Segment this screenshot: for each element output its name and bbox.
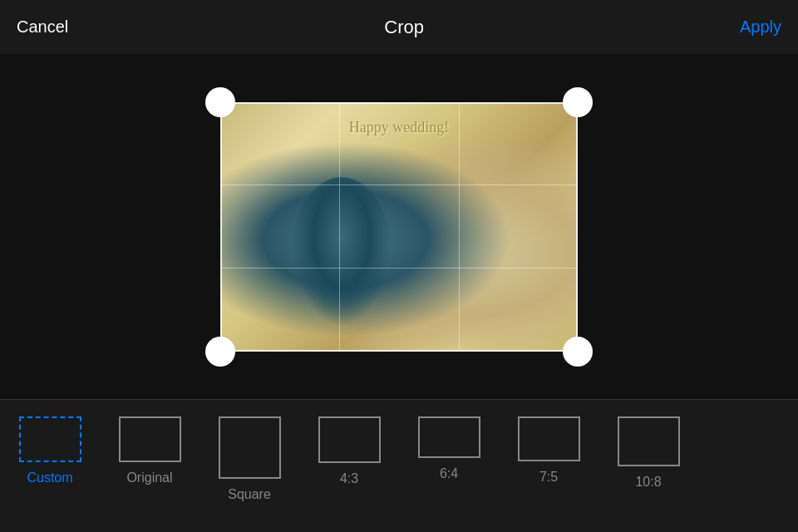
apply-button[interactable]: Apply — [740, 17, 781, 37]
crop-option-original[interactable]: Original — [100, 416, 200, 485]
crop-handle-bottom-left[interactable] — [205, 337, 235, 367]
crop-ratio-box-original — [119, 416, 181, 462]
crop-option-square[interactable]: Square — [200, 416, 299, 502]
crop-option-label-7_5: 7:5 — [539, 470, 558, 485]
crop-ratio-box-7_5 — [518, 416, 580, 461]
crop-option-6_4[interactable]: 6:4 — [399, 416, 499, 481]
crop-handle-top-left[interactable] — [205, 87, 235, 117]
crop-handle-top-right[interactable] — [563, 87, 593, 117]
crop-option-4_3[interactable]: 4:3 — [299, 416, 399, 486]
crop-option-10_8[interactable]: 10:8 — [598, 416, 698, 490]
bottom-toolbar: CustomOriginalSquare4:36:47:510:8 — [0, 399, 798, 532]
crop-container[interactable] — [220, 102, 578, 352]
crop-option-label-6_4: 6:4 — [440, 466, 458, 481]
crop-handle-bottom-right[interactable] — [563, 337, 593, 367]
crop-option-label-4_3: 4:3 — [340, 471, 358, 486]
crop-option-label-10_8: 10:8 — [635, 475, 661, 490]
crop-ratio-box-10_8 — [618, 416, 680, 466]
crop-option-7_5[interactable]: 7:5 — [499, 416, 598, 485]
page-title: Crop — [384, 17, 424, 38]
crop-ratio-box-6_4 — [418, 416, 480, 458]
crop-option-custom[interactable]: Custom — [0, 416, 100, 485]
crop-option-label-custom: Custom — [27, 470, 72, 485]
canvas-area — [0, 54, 798, 399]
crop-image — [220, 102, 578, 352]
cancel-button[interactable]: Cancel — [17, 17, 68, 37]
crop-ratio-box-4_3 — [318, 416, 381, 463]
crop-option-label-original: Original — [126, 470, 172, 485]
header: Cancel Crop Apply — [0, 0, 798, 54]
crop-image-inner — [220, 102, 578, 352]
crop-ratio-box-square — [219, 416, 281, 479]
crop-ratio-box-custom — [19, 416, 81, 462]
crop-option-label-square: Square — [228, 487, 271, 502]
